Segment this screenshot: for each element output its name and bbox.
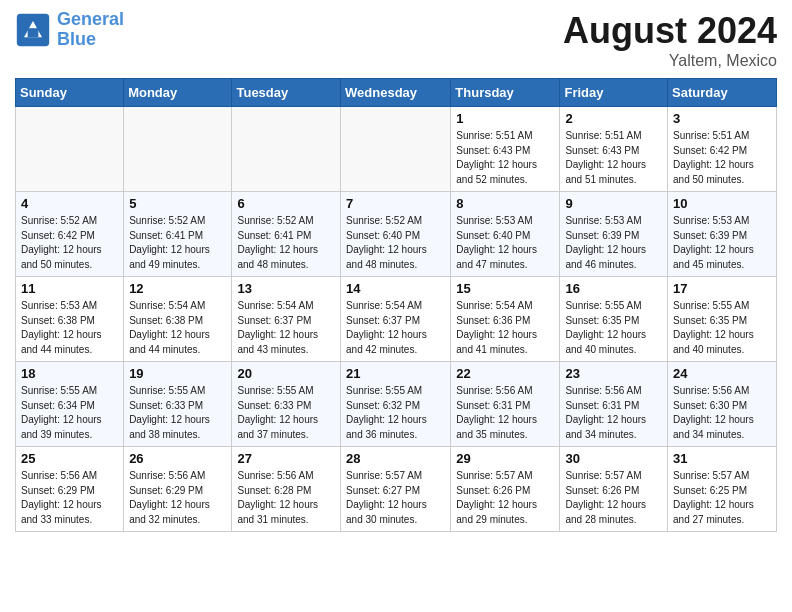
location: Yaltem, Mexico [563, 52, 777, 70]
day-number: 2 [565, 111, 662, 126]
day-number: 10 [673, 196, 771, 211]
day-number: 29 [456, 451, 554, 466]
calendar-cell: 11Sunrise: 5:53 AM Sunset: 6:38 PM Dayli… [16, 277, 124, 362]
day-number: 20 [237, 366, 335, 381]
calendar-cell: 16Sunrise: 5:55 AM Sunset: 6:35 PM Dayli… [560, 277, 668, 362]
weekday-header: Friday [560, 79, 668, 107]
calendar-cell: 2Sunrise: 5:51 AM Sunset: 6:43 PM Daylig… [560, 107, 668, 192]
day-info: Sunrise: 5:55 AM Sunset: 6:33 PM Dayligh… [129, 384, 226, 442]
calendar-cell: 18Sunrise: 5:55 AM Sunset: 6:34 PM Dayli… [16, 362, 124, 447]
calendar-cell: 7Sunrise: 5:52 AM Sunset: 6:40 PM Daylig… [341, 192, 451, 277]
calendar-cell: 26Sunrise: 5:56 AM Sunset: 6:29 PM Dayli… [124, 447, 232, 532]
day-number: 26 [129, 451, 226, 466]
svg-rect-2 [28, 28, 39, 37]
calendar-cell: 30Sunrise: 5:57 AM Sunset: 6:26 PM Dayli… [560, 447, 668, 532]
day-info: Sunrise: 5:54 AM Sunset: 6:38 PM Dayligh… [129, 299, 226, 357]
day-number: 15 [456, 281, 554, 296]
day-number: 13 [237, 281, 335, 296]
calendar-cell: 25Sunrise: 5:56 AM Sunset: 6:29 PM Dayli… [16, 447, 124, 532]
page-header: General Blue August 2024 Yaltem, Mexico [15, 10, 777, 70]
day-number: 3 [673, 111, 771, 126]
logo-icon [15, 12, 51, 48]
day-info: Sunrise: 5:54 AM Sunset: 6:37 PM Dayligh… [237, 299, 335, 357]
day-info: Sunrise: 5:52 AM Sunset: 6:41 PM Dayligh… [129, 214, 226, 272]
logo-general: General [57, 9, 124, 29]
calendar-cell: 3Sunrise: 5:51 AM Sunset: 6:42 PM Daylig… [668, 107, 777, 192]
month-year: August 2024 [563, 10, 777, 52]
day-info: Sunrise: 5:56 AM Sunset: 6:29 PM Dayligh… [129, 469, 226, 527]
day-number: 1 [456, 111, 554, 126]
calendar-cell: 12Sunrise: 5:54 AM Sunset: 6:38 PM Dayli… [124, 277, 232, 362]
day-number: 25 [21, 451, 118, 466]
day-info: Sunrise: 5:53 AM Sunset: 6:39 PM Dayligh… [673, 214, 771, 272]
day-info: Sunrise: 5:53 AM Sunset: 6:39 PM Dayligh… [565, 214, 662, 272]
calendar-table: SundayMondayTuesdayWednesdayThursdayFrid… [15, 78, 777, 532]
day-info: Sunrise: 5:51 AM Sunset: 6:43 PM Dayligh… [456, 129, 554, 187]
day-info: Sunrise: 5:51 AM Sunset: 6:43 PM Dayligh… [565, 129, 662, 187]
day-info: Sunrise: 5:53 AM Sunset: 6:38 PM Dayligh… [21, 299, 118, 357]
day-info: Sunrise: 5:52 AM Sunset: 6:41 PM Dayligh… [237, 214, 335, 272]
logo: General Blue [15, 10, 124, 50]
calendar-cell: 14Sunrise: 5:54 AM Sunset: 6:37 PM Dayli… [341, 277, 451, 362]
day-info: Sunrise: 5:55 AM Sunset: 6:32 PM Dayligh… [346, 384, 445, 442]
calendar-cell: 6Sunrise: 5:52 AM Sunset: 6:41 PM Daylig… [232, 192, 341, 277]
calendar-header-row: SundayMondayTuesdayWednesdayThursdayFrid… [16, 79, 777, 107]
calendar-cell: 28Sunrise: 5:57 AM Sunset: 6:27 PM Dayli… [341, 447, 451, 532]
day-info: Sunrise: 5:53 AM Sunset: 6:40 PM Dayligh… [456, 214, 554, 272]
day-info: Sunrise: 5:54 AM Sunset: 6:36 PM Dayligh… [456, 299, 554, 357]
day-number: 7 [346, 196, 445, 211]
day-info: Sunrise: 5:56 AM Sunset: 6:30 PM Dayligh… [673, 384, 771, 442]
day-info: Sunrise: 5:57 AM Sunset: 6:26 PM Dayligh… [565, 469, 662, 527]
calendar-cell: 5Sunrise: 5:52 AM Sunset: 6:41 PM Daylig… [124, 192, 232, 277]
calendar-week-row: 18Sunrise: 5:55 AM Sunset: 6:34 PM Dayli… [16, 362, 777, 447]
calendar-cell: 13Sunrise: 5:54 AM Sunset: 6:37 PM Dayli… [232, 277, 341, 362]
day-number: 31 [673, 451, 771, 466]
day-number: 24 [673, 366, 771, 381]
calendar-cell: 8Sunrise: 5:53 AM Sunset: 6:40 PM Daylig… [451, 192, 560, 277]
day-number: 23 [565, 366, 662, 381]
day-number: 17 [673, 281, 771, 296]
day-number: 4 [21, 196, 118, 211]
day-number: 18 [21, 366, 118, 381]
calendar-cell: 15Sunrise: 5:54 AM Sunset: 6:36 PM Dayli… [451, 277, 560, 362]
calendar-cell [124, 107, 232, 192]
calendar-cell [16, 107, 124, 192]
day-info: Sunrise: 5:57 AM Sunset: 6:27 PM Dayligh… [346, 469, 445, 527]
day-number: 28 [346, 451, 445, 466]
calendar-cell: 20Sunrise: 5:55 AM Sunset: 6:33 PM Dayli… [232, 362, 341, 447]
day-number: 16 [565, 281, 662, 296]
day-info: Sunrise: 5:55 AM Sunset: 6:33 PM Dayligh… [237, 384, 335, 442]
calendar-cell: 10Sunrise: 5:53 AM Sunset: 6:39 PM Dayli… [668, 192, 777, 277]
day-number: 11 [21, 281, 118, 296]
calendar-cell: 29Sunrise: 5:57 AM Sunset: 6:26 PM Dayli… [451, 447, 560, 532]
day-info: Sunrise: 5:57 AM Sunset: 6:25 PM Dayligh… [673, 469, 771, 527]
day-info: Sunrise: 5:52 AM Sunset: 6:40 PM Dayligh… [346, 214, 445, 272]
weekday-header: Tuesday [232, 79, 341, 107]
weekday-header: Monday [124, 79, 232, 107]
calendar-week-row: 1Sunrise: 5:51 AM Sunset: 6:43 PM Daylig… [16, 107, 777, 192]
day-number: 22 [456, 366, 554, 381]
calendar-cell: 24Sunrise: 5:56 AM Sunset: 6:30 PM Dayli… [668, 362, 777, 447]
calendar-cell: 17Sunrise: 5:55 AM Sunset: 6:35 PM Dayli… [668, 277, 777, 362]
calendar-cell [341, 107, 451, 192]
day-info: Sunrise: 5:56 AM Sunset: 6:31 PM Dayligh… [456, 384, 554, 442]
day-info: Sunrise: 5:56 AM Sunset: 6:29 PM Dayligh… [21, 469, 118, 527]
weekday-header: Thursday [451, 79, 560, 107]
logo-blue: Blue [57, 29, 96, 49]
title-block: August 2024 Yaltem, Mexico [563, 10, 777, 70]
day-number: 30 [565, 451, 662, 466]
calendar-cell: 23Sunrise: 5:56 AM Sunset: 6:31 PM Dayli… [560, 362, 668, 447]
calendar-week-row: 11Sunrise: 5:53 AM Sunset: 6:38 PM Dayli… [16, 277, 777, 362]
day-info: Sunrise: 5:55 AM Sunset: 6:35 PM Dayligh… [673, 299, 771, 357]
calendar-cell: 9Sunrise: 5:53 AM Sunset: 6:39 PM Daylig… [560, 192, 668, 277]
calendar-cell: 4Sunrise: 5:52 AM Sunset: 6:42 PM Daylig… [16, 192, 124, 277]
day-number: 14 [346, 281, 445, 296]
day-number: 19 [129, 366, 226, 381]
calendar-week-row: 25Sunrise: 5:56 AM Sunset: 6:29 PM Dayli… [16, 447, 777, 532]
calendar-cell [232, 107, 341, 192]
day-info: Sunrise: 5:52 AM Sunset: 6:42 PM Dayligh… [21, 214, 118, 272]
day-info: Sunrise: 5:56 AM Sunset: 6:31 PM Dayligh… [565, 384, 662, 442]
day-info: Sunrise: 5:51 AM Sunset: 6:42 PM Dayligh… [673, 129, 771, 187]
day-number: 21 [346, 366, 445, 381]
calendar-cell: 22Sunrise: 5:56 AM Sunset: 6:31 PM Dayli… [451, 362, 560, 447]
